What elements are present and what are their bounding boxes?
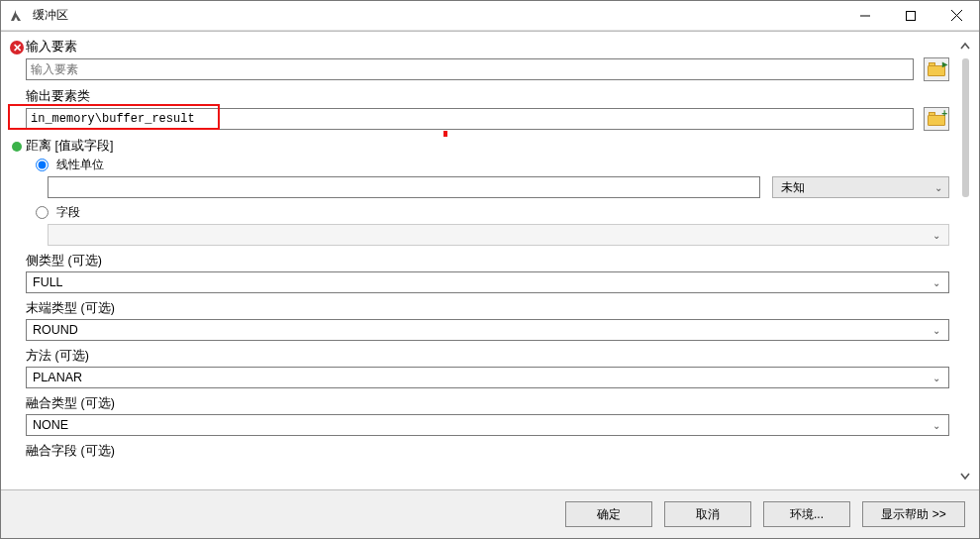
ok-icon [12, 142, 22, 152]
show-help-button[interactable]: 显示帮助 >> [862, 501, 965, 527]
linear-unit-value-field[interactable] [48, 176, 760, 198]
dissolve-type-combo[interactable]: NONE ⌄ [26, 414, 949, 436]
app-icon [1, 1, 31, 31]
title-bar: 缓冲区 [1, 1, 979, 31]
input-features-field[interactable] [26, 58, 914, 80]
linear-unit-label: 线性单位 [56, 157, 104, 173]
chevron-down-icon: ⌄ [929, 321, 944, 339]
scroll-thumb[interactable] [962, 58, 969, 197]
end-type-label: 末端类型 (可选) [8, 299, 949, 317]
input-features-browse-button[interactable]: ▸ [924, 57, 949, 81]
linear-unit-combo-value: 未知 [781, 179, 805, 196]
ok-button[interactable]: 确定 [565, 501, 652, 527]
chevron-down-icon: ⌄ [929, 273, 944, 291]
output-fc-field[interactable] [26, 108, 914, 130]
dissolve-type-label: 融合类型 (可选) [8, 394, 949, 412]
field-radio-label: 字段 [56, 204, 80, 221]
vertical-scrollbar[interactable] [953, 38, 977, 484]
close-button[interactable] [933, 1, 979, 31]
method-combo[interactable]: PLANAR ⌄ [26, 367, 949, 388]
chevron-down-icon: ⌄ [934, 182, 942, 193]
environments-button[interactable]: 环境... [763, 501, 850, 527]
input-features-label: 输入要素 [8, 38, 949, 55]
dissolve-type-value: NONE [33, 418, 68, 432]
output-fc-browse-button[interactable]: + [924, 107, 949, 131]
field-combo: ⌄ [48, 224, 949, 246]
scroll-down-icon[interactable] [957, 467, 974, 484]
scroll-up-icon[interactable] [957, 38, 974, 54]
minimize-button[interactable] [842, 1, 888, 31]
output-fc-label: 输出要素类 [8, 87, 949, 105]
error-icon: ✕ [10, 41, 24, 54]
linear-unit-combo[interactable]: 未知 ⌄ [772, 176, 949, 198]
dissolve-field-label: 融合字段 (可选) [8, 442, 949, 460]
chevron-down-icon: ⌄ [929, 226, 944, 244]
window-title: 缓冲区 [31, 7, 68, 24]
button-bar: 确定 取消 环境... 显示帮助 >> [1, 489, 979, 538]
method-label: 方法 (可选) [8, 347, 949, 365]
chevron-down-icon: ⌄ [929, 416, 944, 434]
method-value: PLANAR [33, 371, 82, 384]
maximize-button[interactable] [888, 1, 933, 31]
linear-unit-radio[interactable] [36, 159, 49, 171]
field-radio[interactable] [36, 206, 49, 219]
side-type-value: FULL [33, 275, 63, 289]
end-type-combo[interactable]: ROUND ⌄ [26, 319, 949, 341]
distance-label: 距离 [值或字段] [8, 137, 949, 155]
end-type-value: ROUND [33, 323, 78, 337]
content-area: ✕ 输入要素 ▸ 输出要素类 + 距离 [值或字段] [1, 31, 979, 489]
chevron-down-icon: ⌄ [929, 369, 944, 386]
cancel-button[interactable]: 取消 [664, 501, 751, 527]
svg-rect-1 [907, 11, 916, 20]
side-type-label: 侧类型 (可选) [8, 252, 949, 270]
side-type-combo[interactable]: FULL ⌄ [26, 271, 949, 293]
